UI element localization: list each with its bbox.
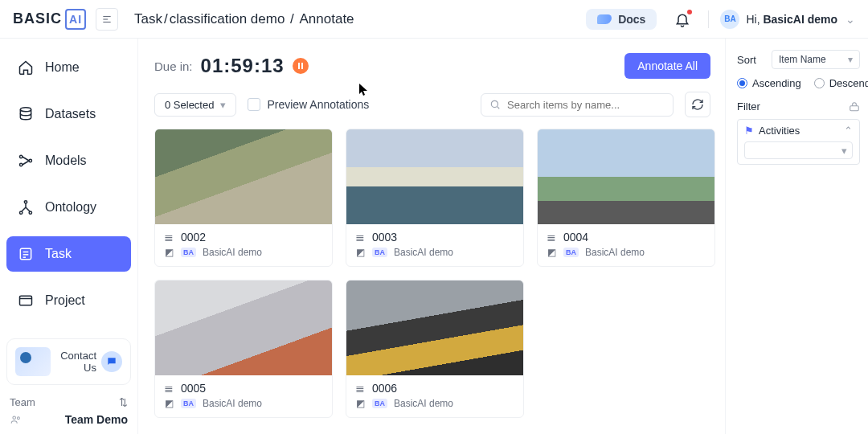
owner-badge: BA (563, 248, 579, 257)
sidebar-item-models[interactable]: Models (6, 143, 131, 178)
user-greeting: Hi, BasicAI demo (746, 13, 837, 26)
sort-value: Item Name (779, 54, 826, 65)
contact-us-card[interactable]: Contact Us (6, 338, 131, 385)
team-section-header: Team ⇅ (6, 396, 131, 413)
item-card[interactable]: ≣0003 ◩BABasicAI demo (346, 129, 524, 267)
database-icon (18, 106, 34, 122)
flag-icon: ⚑ (744, 125, 754, 137)
activities-select[interactable]: ▾ (744, 141, 853, 159)
docs-button[interactable]: Docs (586, 9, 657, 30)
svg-point-9 (29, 211, 31, 214)
sort-label: Sort (737, 54, 756, 66)
refresh-icon (691, 98, 704, 111)
brand-name: BASIC (13, 10, 62, 27)
contact-illustration (15, 347, 51, 376)
radio-icon (814, 78, 825, 88)
sidebar-item-datasets[interactable]: Datasets (6, 96, 131, 132)
chevron-down-icon: ▾ (841, 145, 847, 157)
svg-point-3 (20, 108, 31, 112)
svg-rect-19 (850, 105, 859, 110)
item-thumbnail (346, 129, 523, 224)
item-card[interactable]: ≣0006 ◩BABasicAI demo (346, 280, 524, 418)
avatar: BA (720, 10, 739, 29)
sidebar-item-label: Ontology (45, 200, 96, 215)
item-owner: BasicAI demo (203, 247, 262, 258)
svg-point-5 (20, 163, 23, 166)
filter-settings-icon[interactable] (849, 101, 860, 113)
search-input-wrapper[interactable] (481, 93, 674, 117)
svg-point-17 (491, 100, 497, 107)
item-id: 0003 (372, 231, 397, 244)
list-icon: ≣ (163, 382, 174, 395)
task-icon (18, 246, 34, 262)
preview-annotations-checkbox[interactable]: Preview Annotations (248, 98, 369, 111)
chevron-up-icon: ⌃ (844, 125, 853, 137)
refresh-button[interactable] (685, 92, 710, 117)
pause-button[interactable] (293, 58, 309, 74)
network-icon (18, 153, 34, 169)
selection-dropdown[interactable]: 0 Selected ▾ (154, 93, 236, 117)
user-icon: ◩ (354, 398, 366, 409)
countdown-value: 01:59:13 (201, 55, 285, 77)
svg-line-18 (497, 107, 500, 109)
svg-point-16 (17, 417, 19, 420)
people-icon (10, 414, 23, 425)
item-owner: BasicAI demo (394, 247, 453, 258)
user-icon: ◩ (354, 247, 366, 258)
item-card[interactable]: ≣0002 ◩BABasicAI demo (154, 129, 333, 267)
sidebar-collapse-button[interactable] (96, 8, 118, 31)
sort-icon[interactable]: ⇅ (119, 396, 128, 408)
checkbox-icon (248, 98, 260, 111)
main-content: Due in: 01:59:13 Annotate All 0 Selected… (138, 39, 725, 434)
sort-select[interactable]: Item Name ▾ (772, 50, 860, 69)
descending-label: Descending (829, 77, 868, 89)
sort-order-ascending[interactable]: Ascending (737, 77, 801, 89)
brand-ai-box: AI (65, 9, 86, 30)
list-icon: ≣ (546, 231, 557, 244)
item-owner: BasicAI demo (203, 398, 262, 409)
search-input[interactable] (507, 99, 665, 111)
owner-badge: BA (181, 399, 196, 408)
item-id: 0004 (563, 231, 588, 244)
notifications-button[interactable] (674, 11, 690, 27)
item-thumbnail (155, 129, 332, 224)
breadcrumb-project[interactable]: classification demo (170, 11, 285, 27)
ascending-label: Ascending (752, 77, 801, 89)
preview-annotations-label: Preview Annotations (267, 98, 369, 111)
sidebar-item-ontology[interactable]: Ontology (6, 190, 131, 225)
user-icon: ◩ (163, 398, 174, 409)
list-icon: ≣ (354, 382, 366, 395)
user-icon: ◩ (163, 247, 174, 258)
right-panel: Sort Item Name ▾ Ascending Descending Fi… (725, 39, 868, 434)
breadcrumb-root[interactable]: Task (134, 11, 162, 27)
item-thumbnail (155, 280, 332, 375)
project-icon (18, 293, 34, 309)
annotate-all-button[interactable]: Annotate All (624, 53, 710, 79)
sidebar-item-home[interactable]: Home (6, 50, 131, 85)
sidebar-item-task[interactable]: Task (6, 236, 131, 272)
radio-icon (737, 78, 747, 88)
search-icon (489, 99, 501, 110)
svg-point-4 (20, 155, 23, 158)
item-card[interactable]: ≣0004 ◩BABasicAI demo (537, 129, 715, 267)
hierarchy-icon (18, 199, 34, 215)
filter-activities: ⚑Activities ⌃ ▾ (737, 119, 860, 165)
item-card[interactable]: ≣0005 ◩BABasicAI demo (154, 280, 333, 418)
brand-logo[interactable]: BASIC AI (13, 9, 86, 30)
sidebar-item-label: Home (45, 60, 80, 75)
list-icon: ≣ (354, 231, 366, 244)
docs-label: Docs (618, 13, 645, 26)
sidebar-item-project[interactable]: Project (6, 283, 131, 318)
sort-order-descending[interactable]: Descending (814, 77, 868, 89)
chat-icon (101, 351, 122, 372)
team-selector[interactable]: Team Demo (6, 413, 131, 426)
filter-activities-toggle[interactable]: ⚑Activities ⌃ (744, 125, 853, 137)
user-menu[interactable]: BA Hi, BasicAI demo ⌄ (720, 10, 855, 29)
due-label: Due in: (154, 59, 193, 73)
home-icon (18, 59, 34, 76)
items-grid: ≣0002 ◩BABasicAI demo ≣0003 ◩BABasicAI d… (154, 129, 710, 418)
sidebar-item-label: Task (45, 247, 72, 261)
sidebar-item-label: Project (45, 293, 85, 308)
notification-dot (687, 10, 692, 14)
chevron-down-icon: ▾ (220, 99, 226, 111)
